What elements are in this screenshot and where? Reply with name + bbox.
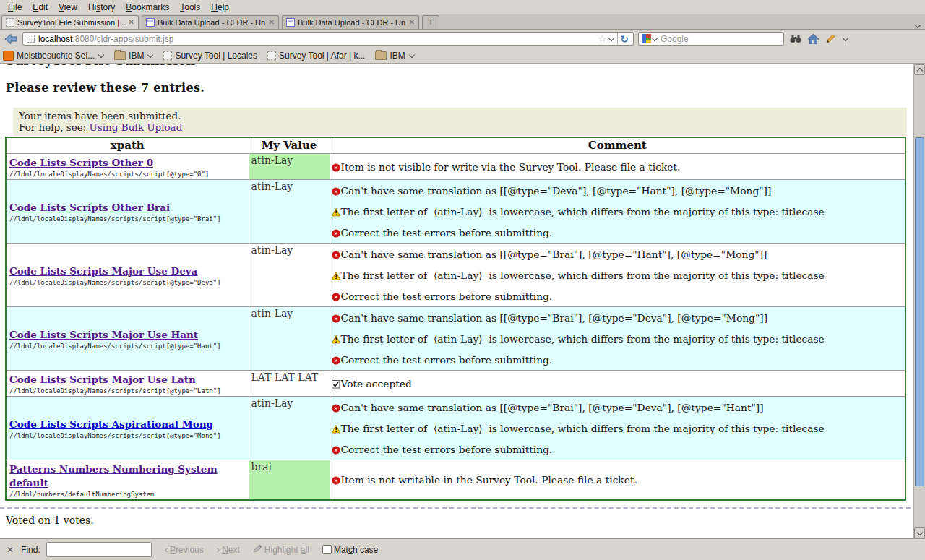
search-engine-chevron-icon[interactable] xyxy=(652,35,658,40)
warning-icon: ! xyxy=(332,424,340,433)
search-bar[interactable]: Google xyxy=(638,32,784,46)
table-row: Code Lists Scripts Major Use Latn//ldml/… xyxy=(6,371,905,397)
back-button[interactable] xyxy=(2,31,20,47)
xpath-link[interactable]: Code Lists Scripts Major Use Deva xyxy=(9,265,197,277)
find-next-button[interactable]: ›Next xyxy=(217,545,240,555)
comment-line: ✕Correct the test errors before submitti… xyxy=(332,349,904,370)
xpath-link[interactable]: Patterns Numbers Numbering System defaul… xyxy=(9,463,218,488)
url-dropdown-chevron-icon[interactable] xyxy=(608,35,614,40)
vote-count-text: Voted on 1 votes. xyxy=(6,514,913,526)
bookmark-item[interactable]: IBM xyxy=(375,51,414,61)
bookmark-dropdown-chevron-icon xyxy=(98,51,104,57)
comment-text: Item is not visible for write via the Su… xyxy=(341,161,681,173)
reload-button[interactable]: ↻ xyxy=(617,33,631,45)
svg-text:✕: ✕ xyxy=(333,293,337,300)
table-row: Code Lists Scripts Aspirational Mong//ld… xyxy=(6,397,905,460)
comment-line: !The first letter of ⟨atin-Lay⟩ is lower… xyxy=(332,328,904,349)
tab-close-icon[interactable]: ✕ xyxy=(409,19,415,26)
xpath-path: //ldml/localeDisplayNames/scripts/script… xyxy=(9,171,246,178)
binoculars-icon[interactable] xyxy=(790,34,801,43)
home-icon[interactable] xyxy=(808,34,819,44)
scroll-down-button[interactable] xyxy=(914,527,925,538)
find-next-chevron-icon: › xyxy=(217,546,220,554)
notice-line2: For help, see: Using Bulk Upload xyxy=(19,121,901,133)
xpath-cell: Code Lists Scripts Major Use Hant//ldml/… xyxy=(6,307,249,371)
xpath-cell: Patterns Numbers Numbering System defaul… xyxy=(6,460,249,501)
error-icon: ✕ xyxy=(332,445,340,454)
find-input[interactable] xyxy=(46,542,152,557)
menu-edit[interactable]: Edit xyxy=(27,1,53,14)
tab-1[interactable]: SurveyTool File Submission | ...✕ xyxy=(1,15,139,29)
url-bar[interactable]: localhost:8080/cldr-apps/submit.jsp ☆ ↻ xyxy=(22,32,634,46)
xpath-link[interactable]: Code Lists Scripts Major Use Latn xyxy=(9,374,196,385)
comment-text: The first letter of ⟨atin-Lay⟩ is lowerc… xyxy=(341,270,825,281)
svg-text:!: ! xyxy=(335,337,337,344)
edit-pencil-icon[interactable] xyxy=(825,34,835,44)
comment-cell: Vote accepted xyxy=(330,371,905,397)
xpath-path: //ldml/localeDisplayNames/scripts/script… xyxy=(9,343,246,350)
table-row: Code Lists Scripts Other 0//ldml/localeD… xyxy=(6,154,905,180)
bookmark-star-icon[interactable]: ☆ xyxy=(598,34,607,43)
scroll-up-arrow-icon xyxy=(916,68,922,74)
comment-text: Can't have same translation as [[@type="… xyxy=(341,249,767,260)
bookmark-item[interactable]: IBM xyxy=(114,51,153,61)
comment-text: Can't have same translation as [[@type="… xyxy=(341,402,764,413)
xpath-link[interactable]: Code Lists Scripts Aspirational Mong xyxy=(9,418,213,430)
folder-icon xyxy=(114,51,126,60)
browser-viewport: SurveyTool File Submission Please review… xyxy=(0,64,925,538)
menu-bookmarks[interactable]: Bookmarks xyxy=(121,1,175,14)
menu-history[interactable]: History xyxy=(83,1,121,14)
notice-box: Your items have been submitted. For help… xyxy=(13,108,907,136)
comment-line: ✕Can't have same translation as [[@type=… xyxy=(332,180,904,201)
tab-bar: SurveyTool File Submission | ...✕Bulk Da… xyxy=(0,14,925,30)
scroll-up-button[interactable] xyxy=(914,64,925,75)
scrollbar-thumb[interactable] xyxy=(915,137,924,486)
bookmark-item[interactable]: Survey Tool | Afar | k... xyxy=(267,51,365,61)
comment-line: !The first letter of ⟨atin-Lay⟩ is lower… xyxy=(332,264,904,285)
tab-close-icon[interactable]: ✕ xyxy=(269,19,275,26)
menu-help[interactable]: Help xyxy=(206,1,235,14)
tab-close-icon[interactable]: ✕ xyxy=(129,19,134,26)
svg-text:✕: ✕ xyxy=(333,478,337,484)
xpath-cell: Code Lists Scripts Other 0//ldml/localeD… xyxy=(6,154,249,180)
table-row: Code Lists Scripts Major Use Deva//ldml/… xyxy=(6,244,905,307)
tab-3[interactable]: Bulk Data Upload - CLDR - Un...✕ xyxy=(282,15,419,29)
bookmark-item[interactable]: Survey Tool | Locales xyxy=(163,51,257,61)
comment-text: Can't have same translation as [[@type="… xyxy=(341,312,768,324)
url-text: localhost:8080/cldr-apps/submit.jsp xyxy=(38,34,598,44)
xpath-link[interactable]: Code Lists Scripts Other Brai xyxy=(9,202,170,213)
warning-icon: ! xyxy=(332,271,340,280)
match-case-checkbox[interactable] xyxy=(322,545,332,554)
using-bulk-upload-link[interactable]: Using Bulk Upload xyxy=(89,121,182,133)
xpath-link[interactable]: Code Lists Scripts Other 0 xyxy=(9,157,153,168)
tab-2[interactable]: Bulk Data Upload - CLDR - Un...✕ xyxy=(142,15,279,29)
comment-line: ✕Can't have same translation as [[@type=… xyxy=(332,397,904,418)
menu-view[interactable]: View xyxy=(53,1,83,14)
column-header-my-value: My Value xyxy=(249,137,330,154)
menu-file[interactable]: File xyxy=(3,1,27,14)
find-highlight-all-button[interactable]: Highlight all xyxy=(253,544,309,555)
bookmark-item[interactable]: Meistbesuchte Sei... xyxy=(3,51,104,61)
table-row: Code Lists Scripts Major Use Hant//ldml/… xyxy=(6,307,905,371)
menu-tools[interactable]: Tools xyxy=(175,1,206,14)
toolbar-overflow-chevron-icon[interactable] xyxy=(843,35,848,40)
column-header-comment: Comment xyxy=(330,137,905,154)
vertical-scrollbar[interactable] xyxy=(913,64,925,538)
find-previous-button[interactable]: ‹Previous xyxy=(165,545,204,555)
tab-title: Bulk Data Upload - CLDR - Un... xyxy=(298,18,406,27)
find-match-case-button[interactable]: Match case xyxy=(322,545,378,555)
my-value-cell: LAT LAT LAT xyxy=(249,371,330,397)
find-close-icon[interactable]: ✕ xyxy=(7,545,14,555)
navigation-toolbar: localhost:8080/cldr-apps/submit.jsp ☆ ↻ … xyxy=(0,30,925,48)
new-tab-button[interactable]: + xyxy=(422,15,439,29)
error-icon: ✕ xyxy=(332,475,340,484)
check-icon xyxy=(332,379,340,388)
find-bar: ✕ Find: ‹Previous›NextHighlight allMatch… xyxy=(0,538,925,560)
comment-cell: ✕Item is not visible for write via the S… xyxy=(330,154,905,180)
xpath-cell: Code Lists Scripts Major Use Latn//ldml/… xyxy=(6,371,249,397)
xpath-cell: Code Lists Scripts Other Brai//ldml/loca… xyxy=(6,180,249,244)
xpath-link[interactable]: Code Lists Scripts Major Use Hant xyxy=(9,329,198,340)
warning-icon: ! xyxy=(332,335,340,343)
table-row: Code Lists Scripts Other Brai//ldml/loca… xyxy=(6,180,905,244)
notice-line1: Your items have been submitted. xyxy=(19,110,901,121)
